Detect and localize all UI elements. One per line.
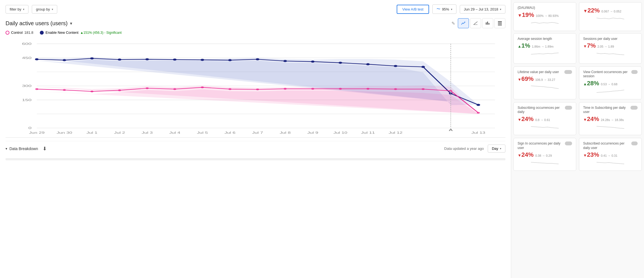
ab-test-label: View A/B test	[402, 7, 423, 11]
metric-subscribing-occ-toggle[interactable]	[565, 106, 572, 110]
metric-lifetime-value-sparkline	[518, 84, 572, 90]
svg-point-42	[63, 89, 66, 91]
toolbar: filter by ▾ group by ▾ View A/B test 〜 9…	[6, 4, 505, 14]
svg-marker-40	[37, 89, 478, 114]
svg-rect-1	[486, 22, 487, 25]
svg-point-32	[311, 61, 315, 63]
metric-subscribing-occ-sparkline	[518, 124, 572, 130]
metric-sign-in-occ-title: Sign In occurrences per daily user	[518, 141, 564, 150]
metric-lifetime-value-range: 106.9 → 33.27	[535, 78, 555, 81]
day-label: Day	[492, 146, 498, 151]
legend-variant: Enable New Content ▲151% (456.3) - Signi…	[40, 30, 121, 35]
line-chart-button[interactable]	[458, 18, 469, 28]
metric-time-subscribing-toggle[interactable]	[630, 106, 638, 110]
metric-subscribed-occ-sparkline	[583, 159, 638, 166]
svg-text:Jul 2: Jul 2	[114, 131, 125, 135]
metric-sign-in-occ-toggle[interactable]	[565, 141, 572, 145]
chart-title-row: Daily active users (users) ▾	[6, 20, 72, 27]
metric-top1-sparkline	[518, 20, 572, 26]
svg-text:Jul 4: Jul 4	[169, 131, 180, 135]
svg-point-24	[90, 57, 94, 59]
metric-top1-title: (DAU/MAU)	[518, 6, 535, 10]
metric-subscribing-occ-range: 0.8 → 0.61	[535, 118, 550, 122]
metric-sessions-per-user-sparkline	[583, 50, 638, 57]
metric-top1-range: 100% → 80.93%	[536, 14, 559, 17]
metric-view-content-pct: ▲28%	[583, 80, 599, 87]
metric-time-subscribing-sparkline	[583, 124, 638, 130]
svg-text:150: 150	[22, 98, 32, 102]
updated-label: Data updated a year ago	[444, 146, 484, 151]
metric-avg-session-pct: ▲1%	[518, 42, 530, 49]
svg-point-31	[283, 60, 287, 62]
day-selector-button[interactable]: Day ▾	[488, 145, 505, 153]
metric-card-top2: ▼22% 0.067 → 0.052	[579, 2, 642, 31]
legend-variant-change: ▲151% (456.3) - Significant	[80, 31, 122, 35]
svg-rect-5	[498, 23, 502, 23]
metric-time-subscribing-title: Time in Subscribing per daily user	[583, 106, 629, 114]
svg-text:300: 300	[22, 84, 32, 88]
svg-text:Jul 9: Jul 9	[307, 131, 318, 135]
svg-point-30	[256, 58, 259, 60]
chart-svg: 600 450 300 150 0	[6, 38, 505, 137]
filter-chevron-icon: ▾	[23, 8, 24, 11]
metric-card-view-content: View Content occurrences per session ▲28…	[579, 66, 642, 99]
svg-point-55	[422, 88, 425, 90]
date-range-button[interactable]: Jun 29 – Jul 13, 2018 ▾	[460, 5, 505, 14]
metric-sessions-per-user-pct: ▼7%	[583, 42, 596, 49]
svg-point-52	[339, 88, 342, 90]
metric-card-lifetime-value: Lifetime value per daily user ▼69% 106.9…	[513, 66, 576, 99]
chart-title-chevron-icon[interactable]: ▾	[70, 21, 72, 26]
chart-header: Daily active users (users) ▾ ✎	[6, 18, 505, 28]
metric-card-subscribing-occ: Subscribing occurrences per daily ▼24% 0…	[513, 102, 576, 135]
metric-view-content-title: View Content occurrences per session	[583, 70, 630, 79]
metric-avg-session-sparkline	[518, 50, 572, 57]
download-icon[interactable]: ⬇	[43, 146, 47, 152]
svg-rect-4	[498, 21, 502, 22]
metric-lifetime-value-toggle[interactable]	[564, 70, 572, 74]
svg-point-23	[63, 59, 66, 61]
cumulative-chart-button[interactable]	[470, 18, 481, 28]
bar-chart-button[interactable]	[482, 18, 493, 28]
confidence-button[interactable]: 〜 95% ▾	[432, 4, 456, 14]
chart-footer: ▾ Data Breakdown ⬇ Data updated a year a…	[6, 141, 505, 156]
svg-text:Jul 13: Jul 13	[471, 131, 485, 135]
chart-edit-icon[interactable]: ✎	[451, 21, 455, 26]
svg-point-44	[118, 89, 121, 91]
metric-view-content-toggle[interactable]	[631, 70, 638, 74]
filter-by-button[interactable]: filter by ▾	[6, 5, 28, 14]
svg-text:Jul 6: Jul 6	[224, 131, 235, 135]
ab-test-button[interactable]: View A/B test	[397, 5, 429, 14]
chart-legend: Control 181.8 Enable New Content ▲151% (…	[6, 30, 505, 35]
svg-point-43	[90, 91, 94, 92]
svg-point-27	[173, 58, 176, 60]
svg-text:600: 600	[22, 42, 32, 46]
breakdown-chevron-icon: ▾	[6, 147, 7, 151]
metric-avg-session-row: ▲1% 1.86m → 1.89m	[518, 42, 572, 49]
date-range-label: Jun 29 – Jul 13, 2018	[464, 7, 498, 11]
svg-point-49	[256, 89, 259, 90]
metric-subscribed-occ-toggle[interactable]	[631, 141, 638, 145]
table-chart-button[interactable]	[494, 18, 505, 28]
legend-variant-dot	[40, 31, 44, 35]
data-breakdown-label: Data Breakdown	[9, 146, 38, 151]
chart-area: 600 450 300 150 0	[6, 38, 505, 138]
metric-sessions-per-user-title: Sessions per daily user	[583, 37, 617, 41]
metric-lifetime-value-title: Lifetime value per daily user	[518, 70, 559, 74]
group-by-button[interactable]: group by ▾	[32, 5, 57, 14]
svg-point-53	[366, 88, 369, 90]
metric-sign-in-occ-pct: ▼24%	[518, 151, 534, 158]
metric-top2-range: 0.067 → 0.052	[601, 10, 621, 13]
svg-point-25	[118, 58, 121, 60]
legend-control-label: Control	[11, 30, 23, 35]
svg-rect-7	[498, 25, 502, 25]
svg-text:Jul 5: Jul 5	[197, 131, 208, 135]
svg-point-36	[421, 66, 425, 68]
metric-subscribing-occ-title: Subscribing occurrences per daily	[518, 106, 564, 114]
main-panel: filter by ▾ group by ▾ View A/B test 〜 9…	[0, 0, 511, 278]
data-breakdown-toggle[interactable]: ▾ Data Breakdown	[6, 146, 38, 151]
svg-point-48	[228, 88, 232, 90]
svg-point-26	[145, 58, 149, 60]
svg-point-29	[228, 59, 232, 61]
metric-subscribing-occ-pct: ▼24%	[518, 115, 534, 123]
svg-point-47	[201, 86, 204, 88]
